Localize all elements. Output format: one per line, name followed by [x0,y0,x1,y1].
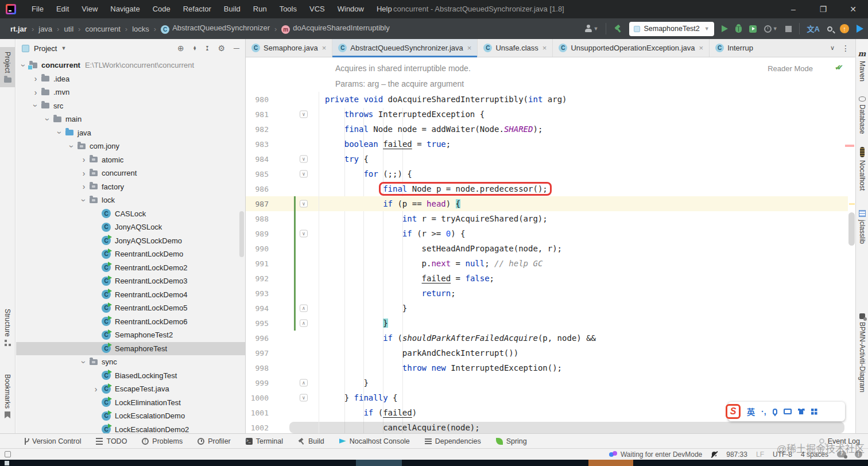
tree-item-jonyaqslock[interactable]: ›CJonyAQSLock [16,220,245,234]
sidebar-item-bookmarks[interactable]: Bookmarks [0,374,15,418]
menu-tools[interactable]: Tools [273,0,303,18]
toolwindow-button-version-control[interactable]: Version Control [22,437,81,445]
tree-item-jonyaqslockdemo[interactable]: ›CJonyAQSLockDemo [16,234,245,248]
breadcrumb-item[interactable]: locks [131,25,150,33]
tree-chevron-icon[interactable]: › [32,88,40,97]
alert-icon[interactable]: ! [855,451,862,458]
skin-icon[interactable] [798,409,805,414]
tree-chevron-icon[interactable]: › [79,196,88,204]
code-line-996[interactable]: 996 if (shouldParkAfterFailedAcquire(p, … [246,331,848,345]
profile-button[interactable]: ▼ [584,25,599,33]
tab-semaphore-java[interactable]: CSemaphore.java× [246,39,332,57]
close-icon[interactable]: × [467,44,472,52]
caret-position[interactable]: 987:33 [726,451,747,459]
tab-interrup[interactable]: CInterrup [710,39,759,57]
microphone-icon[interactable] [773,409,777,415]
tree-item-sync[interactable]: ›sync [16,355,245,369]
tree-item-concurrent[interactable]: ›concurrent [16,166,245,180]
profiler-button[interactable]: ▼ [764,25,778,33]
tree-item-reentrantlockdemo3[interactable]: ›CReentrantLockDemo3 [16,274,245,288]
line-separator[interactable]: LF [756,451,764,459]
tree-item-lockescalationdemo[interactable]: ›CLockEscalationDemo [16,409,245,423]
nocalhost-icon[interactable] [857,25,863,33]
tree-item-escapetest-java[interactable]: ›CEscapeTest.java [16,382,245,396]
code-area[interactable]: 980private void doAcquireSharedInterrupt… [246,92,848,433]
tree-item-reentrantlockdemo5[interactable]: ›CReentrantLockDemo5 [16,301,245,315]
tree-chevron-icon[interactable]: › [80,155,88,164]
event-log-button[interactable]: Event Log [819,437,860,445]
breadcrumb-item[interactable]: util [63,25,75,33]
file-encoding[interactable]: UTF-8 [773,451,792,459]
sogou-logo-icon[interactable]: S [726,404,741,419]
menu-refactor[interactable]: Refactor [177,0,218,18]
tree-item-reentrantlockdemo[interactable]: ›CReentrantLockDemo [16,247,245,261]
fold-icon[interactable]: ∨ [300,170,308,178]
devmode-status[interactable]: Waiting for enter DevMode [609,451,702,459]
tab-unsupportedoperationexception-java[interactable]: CUnsupportedOperationException.java× [553,39,710,57]
tree-item--mvn[interactable]: ›.mvn [16,86,245,99]
close-icon[interactable]: ✕ [838,0,868,18]
tree-item-main[interactable]: ›main [16,112,245,126]
tree-item-atomic[interactable]: ›atomic [16,153,245,167]
breadcrumb-item[interactable]: CAbstractQueuedSynchronizer [160,24,271,34]
tree-item-lock[interactable]: ›lock [16,193,245,207]
fold-icon[interactable]: ∨ [300,111,308,118]
toolbox-icon[interactable] [811,409,817,415]
menu-edit[interactable]: Edit [50,0,75,18]
scrollbar-thumb[interactable] [848,212,855,246]
code-line-993[interactable]: 993 return; [246,286,848,301]
code-line-998[interactable]: 998 throw new InterruptedException(); [246,360,848,375]
menu-build[interactable]: Build [218,0,247,18]
indent-setting[interactable]: 4 spaces [801,451,828,459]
fold-icon[interactable]: ∨ [300,156,308,163]
code-line-994[interactable]: 994∧ } [246,301,848,316]
build-hammer-icon[interactable] [614,25,622,33]
tree-item-src[interactable]: ›src [16,99,245,113]
project-scrollbar[interactable] [239,211,244,257]
code-line-999[interactable]: 999∧ } [246,375,848,390]
toolwindow-button-problems[interactable]: Problems [142,437,183,445]
tree-item--idea[interactable]: ›.idea [16,72,245,86]
tab-unsafe-class[interactable]: CUnsafe.class× [478,39,553,57]
tree-item-reentrantlockdemo6[interactable]: ›CReentrantLockDemo6 [16,315,245,329]
toolwindow-button-terminal[interactable]: Terminal [246,437,283,445]
editor-scrollbar[interactable] [848,57,855,433]
code-line-982[interactable]: 982 final Node node = addWaiter(Node.SHA… [246,122,848,137]
menu-vcs[interactable]: VCS [303,0,331,18]
code-line-983[interactable]: 983 boolean failed = true; [246,137,848,152]
notifications-off-icon[interactable] [711,451,718,458]
inspections-ok-icon[interactable]: ✔✔ [835,63,839,72]
translate-icon[interactable]: 文A [807,25,820,33]
code-line-984[interactable]: 984∨ try { [246,152,848,166]
fold-icon[interactable]: ∧ [300,320,308,327]
sidebar-item-database[interactable]: Database [856,96,868,134]
fold-icon[interactable]: ∨ [300,200,308,208]
collapse-all-icon[interactable]: ▼▲ [206,46,210,51]
code-line-997[interactable]: 997 parkAndCheckInterrupt()) [246,345,848,360]
code-line-980[interactable]: 980private void doAcquireSharedInterrupt… [246,92,848,107]
toolwindow-button-nocalhost-console[interactable]: Nocalhost Console [339,437,410,445]
tree-item-concurrent[interactable]: ›concurrentE:\TLWork\concurrent\concurre… [16,59,245,72]
tree-item-lockeliminationtest[interactable]: ›CLockEliminationTest [16,396,245,410]
fold-icon[interactable]: ∨ [300,230,308,238]
project-panel-title[interactable]: Project [34,44,57,53]
breadcrumb-item[interactable]: rt.jar [9,25,28,33]
toolwindow-button-profiler[interactable]: Profiler [197,437,231,445]
breadcrumb-item[interactable]: concurrent [84,25,121,33]
toolwindow-button-spring[interactable]: Spring [496,437,527,445]
keyboard-icon[interactable] [784,409,792,414]
menu-view[interactable]: View [75,0,104,18]
tree-chevron-icon[interactable]: › [19,61,28,69]
maximize-icon[interactable]: ❐ [808,0,838,18]
run-button[interactable] [722,25,728,32]
tree-item-com-jony[interactable]: ›com.jony [16,139,245,153]
code-line-987[interactable]: 987∨ if (p == head) { [246,196,848,211]
code-line-986[interactable]: 986 final Node p = node.predecessor(); [246,181,848,196]
toolwindow-button-todo[interactable]: TODO [96,437,127,445]
search-everywhere-icon[interactable] [827,26,832,32]
sidebar-item-project[interactable]: Project [0,47,15,87]
code-line-990[interactable]: 990 setHeadAndPropagate(node, r); [246,241,848,256]
update-icon[interactable]: ↑ [840,24,849,33]
tab-abstractqueuedsynchronizer-java[interactable]: CAbstractQueuedSynchronizer.java× [332,39,478,57]
tree-item-semaphoretest[interactable]: ›CSemaphoreTest [16,342,245,356]
